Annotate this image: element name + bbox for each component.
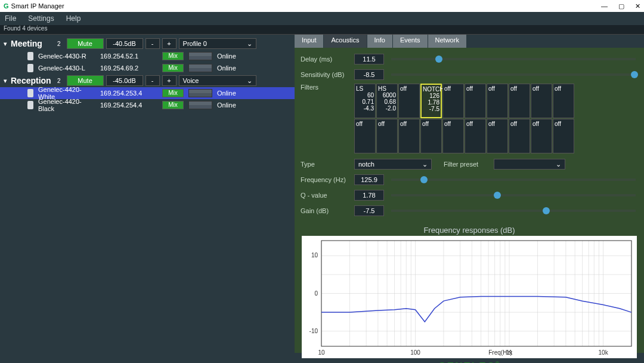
- preset-select[interactable]: ⌄: [494, 159, 565, 170]
- expand-icon[interactable]: ▾: [2, 77, 8, 85]
- filter-cell[interactable]: off: [509, 84, 530, 118]
- chevron-down-icon: ⌄: [422, 161, 428, 168]
- close-icon[interactable]: ✕: [635, 2, 640, 10]
- filter-cell[interactable]: off: [398, 119, 420, 153]
- filter-cell[interactable]: off: [398, 84, 420, 118]
- mix-button[interactable]: Mix: [162, 89, 184, 97]
- group-name: Meeting: [11, 39, 55, 48]
- filters-row-1: LS600.71-4.3HS60000.68-2.0offNOTCH1261.7…: [354, 84, 574, 118]
- minimize-icon[interactable]: —: [601, 2, 608, 10]
- q-value[interactable]: 1.78: [354, 190, 384, 201]
- delay-value[interactable]: 11.5: [354, 54, 384, 64]
- mute-button[interactable]: Mute: [67, 38, 104, 49]
- frequency-slider[interactable]: [391, 179, 636, 181]
- mute-button[interactable]: Mute: [67, 75, 104, 86]
- filter-cell[interactable]: off: [420, 119, 442, 153]
- level-meter: [188, 64, 212, 72]
- svg-text:10k: 10k: [599, 349, 609, 356]
- filter-cell[interactable]: off: [376, 119, 398, 153]
- menu-settings[interactable]: Settings: [28, 14, 54, 23]
- frequency-label: Frequency (Hz): [301, 176, 349, 183]
- filter-cell[interactable]: off: [354, 119, 376, 153]
- tab-info[interactable]: Info: [367, 35, 393, 48]
- filter-cell[interactable]: off: [487, 84, 508, 118]
- filter-cell[interactable]: off: [442, 119, 464, 153]
- filter-cell[interactable]: LS600.71-4.3: [354, 84, 376, 118]
- filter-cell[interactable]: HS60000.68-2.0: [376, 84, 398, 118]
- filter-cell[interactable]: off: [509, 119, 530, 153]
- menu-help[interactable]: Help: [66, 14, 81, 23]
- device-row[interactable]: Genelec-4430-L 169.254.69.2 Mix Online: [0, 62, 295, 74]
- device-status: Online: [217, 101, 236, 109]
- device-ip: 169.254.253.4: [100, 90, 157, 97]
- mix-button[interactable]: Mix: [162, 64, 184, 72]
- device-status: Online: [217, 64, 236, 72]
- maximize-icon[interactable]: ▢: [618, 2, 624, 10]
- device-ip: 169.254.69.2: [100, 64, 157, 72]
- device-tree: ▾ Meeting 2 Mute -40.5dB - + Profile 0⌄ …: [0, 35, 295, 353]
- device-row[interactable]: Genelec-4420-Black 169.254.254.4 Mix Onl…: [0, 99, 295, 111]
- tab-acoustics[interactable]: Acoustics: [324, 35, 367, 48]
- frequency-value[interactable]: 125.9: [354, 174, 384, 185]
- filter-cell[interactable]: off: [531, 119, 552, 153]
- gain-value[interactable]: -45.0dB: [106, 75, 143, 86]
- tab-network[interactable]: Network: [428, 35, 467, 48]
- filter-cell[interactable]: NOTCH1261.78-7.5: [420, 84, 442, 118]
- delay-slider[interactable]: [391, 58, 636, 60]
- device-status: Online: [217, 53, 236, 60]
- chevron-down-icon: ⌄: [247, 40, 252, 48]
- brand-logo: GENELEC®: [295, 361, 644, 363]
- filter-cell[interactable]: off: [553, 119, 574, 153]
- gain-value[interactable]: -7.5: [354, 205, 384, 216]
- q-slider[interactable]: [391, 194, 636, 196]
- level-meter: [188, 101, 212, 109]
- app-logo-icon: G: [4, 2, 9, 10]
- gain-plus-button[interactable]: +: [162, 38, 177, 49]
- sensitivity-label: Sensitivity (dB): [301, 71, 349, 78]
- menu-file[interactable]: File: [5, 14, 16, 23]
- preset-label: Filter preset: [444, 161, 489, 168]
- device-ip: 169.254.254.4: [100, 101, 157, 109]
- device-row[interactable]: Genelec-4420-White 169.254.253.4 Mix Onl…: [0, 87, 295, 99]
- filter-cell[interactable]: off: [442, 84, 464, 118]
- mix-button[interactable]: Mix: [162, 101, 184, 109]
- filter-cell[interactable]: off: [465, 119, 486, 153]
- filter-cell[interactable]: off: [487, 119, 508, 153]
- device-ip: 169.254.52.1: [100, 53, 157, 60]
- svg-text:Freq(Hz): Freq(Hz): [488, 349, 512, 356]
- filter-cell[interactable]: off: [531, 84, 552, 118]
- filter-cell[interactable]: off: [465, 84, 486, 118]
- tab-input[interactable]: Input: [295, 35, 324, 48]
- profile-select[interactable]: Profile 0⌄: [179, 38, 256, 49]
- expand-icon[interactable]: ▾: [2, 40, 8, 48]
- gain-label: Gain (dB): [301, 207, 349, 214]
- tab-events[interactable]: Events: [393, 35, 428, 48]
- level-meter: [188, 52, 212, 60]
- sensitivity-slider[interactable]: [391, 73, 636, 76]
- device-status: Online: [217, 90, 236, 97]
- statusbar: Found 4 devices: [0, 25, 644, 35]
- filter-cell[interactable]: off: [553, 84, 574, 118]
- svg-text:0: 0: [314, 290, 318, 297]
- group-count: 2: [57, 78, 61, 84]
- tabs: Input Acoustics Info Events Network: [295, 35, 644, 48]
- gain-minus-button[interactable]: -: [145, 75, 160, 86]
- window-titlebar: G Smart IP Manager — ▢ ✕: [0, 0, 644, 12]
- sensitivity-value[interactable]: -8.5: [354, 69, 384, 80]
- chart-title: Frequency responses (dB): [295, 226, 644, 235]
- group-name: Reception: [11, 76, 55, 85]
- type-select[interactable]: notch⌄: [354, 159, 432, 170]
- delay-label: Delay (ms): [301, 56, 349, 63]
- level-meter: [188, 89, 212, 97]
- gain-minus-button[interactable]: -: [145, 38, 160, 49]
- q-label: Q - value: [301, 192, 349, 199]
- profile-select[interactable]: Voice⌄: [179, 75, 256, 86]
- gain-plus-button[interactable]: +: [162, 75, 177, 86]
- mix-button[interactable]: Mix: [162, 52, 184, 60]
- type-label: Type: [301, 161, 349, 168]
- device-row[interactable]: Genelec-4430-R 169.254.52.1 Mix Online: [0, 50, 295, 62]
- gain-value[interactable]: -40.5dB: [106, 38, 143, 49]
- gain-slider[interactable]: [391, 210, 636, 212]
- speaker-icon: [27, 101, 33, 109]
- svg-text:-10: -10: [309, 328, 318, 334]
